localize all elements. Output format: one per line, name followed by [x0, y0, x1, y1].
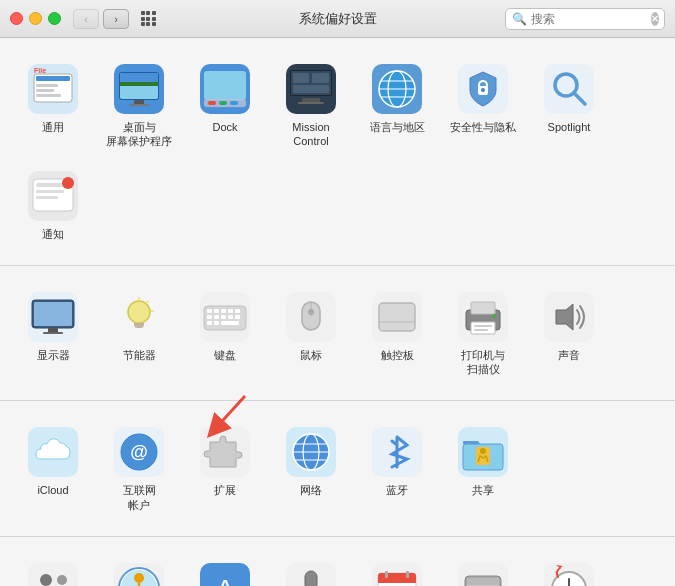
svg-text:@: @	[130, 442, 148, 462]
pref-energy[interactable]: 节能器	[98, 282, 180, 385]
svg-rect-72	[207, 321, 212, 325]
pref-parental[interactable]: 家长控制	[98, 553, 180, 586]
forward-button[interactable]: ›	[103, 9, 129, 29]
pref-display[interactable]: 显示器	[12, 282, 94, 385]
mouse-label: 鼠标	[300, 348, 322, 362]
notification-label: 通知	[42, 227, 64, 241]
pref-datetime[interactable]: 18 日期与时间	[356, 553, 438, 586]
keyboard-icon	[200, 292, 250, 342]
svg-rect-2	[36, 76, 70, 81]
maximize-button[interactable]	[48, 12, 61, 25]
language-icon	[372, 64, 422, 114]
nav-buttons: ‹ ›	[73, 9, 129, 29]
svg-rect-74	[221, 321, 239, 325]
pref-mouse[interactable]: 鼠标	[270, 282, 352, 385]
close-button[interactable]	[10, 12, 23, 25]
pref-startup-disk[interactable]: 启动磁盘	[442, 553, 524, 586]
svg-rect-132	[385, 571, 388, 578]
security-icon	[458, 64, 508, 114]
pref-security[interactable]: 安全性与隐私	[442, 54, 524, 157]
svg-rect-70	[228, 315, 233, 319]
svg-rect-64	[221, 309, 226, 313]
svg-rect-67	[207, 315, 212, 319]
internet-accounts-label: 互联网帐户	[123, 483, 156, 512]
svg-rect-87	[474, 329, 488, 331]
pref-extensions[interactable]: 扩展	[184, 417, 266, 520]
pref-spotlight[interactable]: Spotlight	[528, 54, 610, 157]
pref-desktop[interactable]: 桌面与屏幕保护程序	[98, 54, 180, 157]
dock-label: Dock	[212, 120, 237, 134]
display-label: 显示器	[37, 348, 70, 362]
pref-printer[interactable]: 打印机与扫描仪	[442, 282, 524, 385]
svg-rect-52	[43, 332, 63, 334]
pref-trackpad[interactable]: 触控板	[356, 282, 438, 385]
svg-rect-3	[36, 84, 58, 87]
pref-icloud[interactable]: iCloud	[12, 417, 94, 520]
dictation-icon	[286, 563, 336, 586]
svg-point-78	[308, 309, 314, 315]
svg-rect-50	[34, 302, 72, 326]
svg-rect-11	[120, 82, 158, 86]
svg-rect-26	[293, 85, 329, 93]
trackpad-icon	[372, 292, 422, 342]
pref-users[interactable]: 用户与群组	[12, 553, 94, 586]
bluetooth-icon	[372, 427, 422, 477]
search-input[interactable]	[531, 12, 651, 26]
pref-sharing[interactable]: 共享	[442, 417, 524, 520]
icloud-label: iCloud	[37, 483, 68, 497]
search-box[interactable]: 🔍 ✕	[505, 8, 665, 30]
desktop-icon	[114, 64, 164, 114]
internet-accounts-icon: @	[114, 427, 164, 477]
pref-internet-accounts[interactable]: @ 互联网帐户	[98, 417, 180, 520]
time-machine-icon	[544, 563, 594, 586]
pref-sound[interactable]: 声音	[528, 282, 610, 385]
svg-rect-71	[235, 315, 240, 319]
svg-point-110	[57, 575, 67, 585]
svg-rect-4	[36, 89, 54, 92]
svg-rect-84	[471, 302, 495, 314]
svg-rect-5	[36, 94, 61, 97]
svg-rect-10	[120, 73, 158, 83]
energy-icon	[114, 292, 164, 342]
svg-rect-15	[204, 71, 246, 100]
search-icon: 🔍	[512, 12, 527, 26]
spotlight-icon	[544, 64, 594, 114]
sharing-label: 共享	[472, 483, 494, 497]
network-label: 网络	[300, 483, 322, 497]
minimize-button[interactable]	[29, 12, 42, 25]
sharing-icon	[458, 427, 508, 477]
pref-appstore[interactable]: A App Store	[184, 553, 266, 586]
svg-rect-45	[36, 190, 64, 193]
pref-mission-control[interactable]: MissionControl	[270, 54, 352, 157]
pref-dock[interactable]: Dock	[184, 54, 266, 157]
pref-dictation[interactable]: 听写与语音	[270, 553, 352, 586]
pref-keyboard[interactable]: 键盘	[184, 282, 266, 385]
pref-bluetooth[interactable]: 蓝牙	[356, 417, 438, 520]
section-hardware: 显示器	[0, 266, 675, 402]
svg-point-114	[134, 573, 144, 583]
pref-time-machine[interactable]: Time Machine	[528, 553, 610, 586]
svg-rect-68	[214, 315, 219, 319]
pref-network[interactable]: 网络	[270, 417, 352, 520]
svg-point-47	[62, 177, 74, 189]
svg-point-107	[480, 448, 486, 454]
pref-language[interactable]: 语言与地区	[356, 54, 438, 157]
desktop-label: 桌面与屏幕保护程序	[106, 120, 172, 149]
grid-view-button[interactable]	[135, 9, 161, 29]
search-clear-button[interactable]: ✕	[651, 12, 659, 26]
section4-grid: 用户与群组	[12, 553, 663, 586]
section3-grid: iCloud @ 互联网帐户	[12, 417, 663, 520]
back-button[interactable]: ‹	[73, 9, 99, 29]
pref-general[interactable]: File 通用	[12, 54, 94, 157]
preferences-content: File 通用 桌面与	[0, 38, 675, 586]
printer-label: 打印机与扫描仪	[461, 348, 505, 377]
window-title: 系统偏好设置	[299, 10, 377, 28]
svg-rect-13	[129, 104, 149, 106]
traffic-lights	[10, 12, 61, 25]
svg-rect-86	[474, 325, 492, 327]
svg-rect-66	[235, 309, 240, 313]
language-label: 语言与地区	[370, 120, 425, 134]
svg-rect-65	[228, 309, 233, 313]
pref-notification[interactable]: 通知	[12, 161, 94, 249]
svg-rect-80	[379, 303, 415, 331]
